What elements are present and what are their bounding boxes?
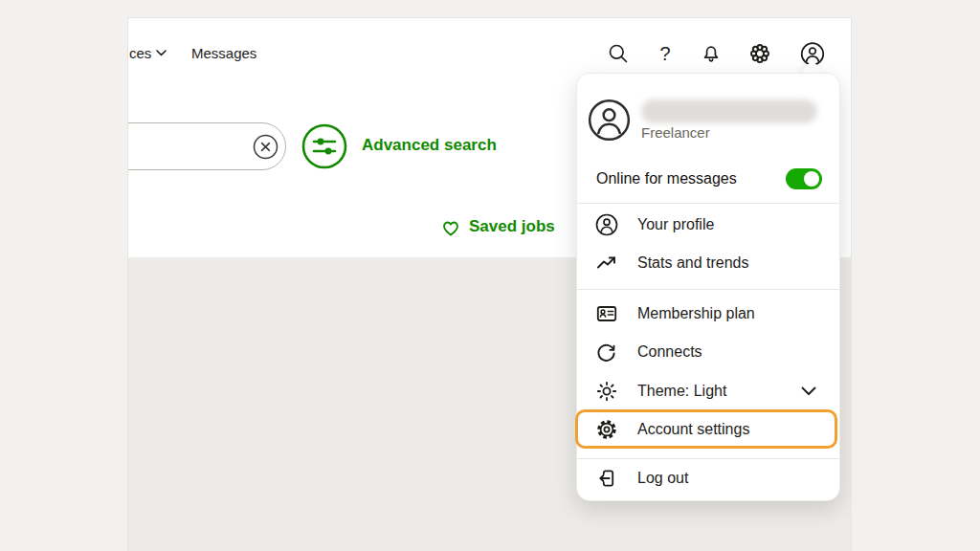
- menu-item-stats-and-trends[interactable]: Stats and trends: [577, 244, 839, 282]
- menu-item-membership-plan[interactable]: Membership plan: [577, 295, 839, 333]
- menu-item-your-profile[interactable]: Your profile: [577, 206, 839, 244]
- menu-item-label: Your profile: [637, 216, 714, 233]
- nav-item-messages[interactable]: Messages: [191, 42, 256, 63]
- refresh-circle-icon: [595, 341, 618, 364]
- account-dropdown-menu: Freelancer Online for messages Your prof…: [576, 73, 840, 501]
- nav-item-label: Messages: [191, 45, 256, 61]
- user-role-label: Freelancer: [641, 124, 710, 141]
- logout-icon: [595, 467, 618, 490]
- help-icon[interactable]: ?: [653, 41, 678, 66]
- search-icon[interactable]: [606, 41, 631, 66]
- advanced-search-icon[interactable]: [301, 123, 347, 169]
- trend-arrow-icon: [595, 252, 618, 275]
- toggle-knob: [804, 171, 819, 187]
- gear-icon: [595, 418, 618, 441]
- nav-item-label: ces: [129, 45, 151, 61]
- id-card-icon: [595, 302, 618, 325]
- divider: [577, 289, 839, 290]
- chevron-down-icon: [801, 386, 816, 396]
- advanced-search-link[interactable]: Advanced search: [362, 136, 497, 155]
- menu-item-account-settings[interactable]: Account settings: [577, 410, 839, 449]
- user-name-blurred: [641, 99, 817, 123]
- menu-item-theme[interactable]: Theme: Light: [577, 372, 839, 410]
- online-toggle-label: Online for messages: [596, 170, 737, 187]
- menu-item-label: Account settings: [637, 421, 749, 438]
- menu-item-connects[interactable]: Connects: [577, 333, 839, 371]
- saved-jobs-label: Saved jobs: [469, 217, 555, 236]
- divider: [577, 203, 839, 204]
- heart-icon: [440, 217, 461, 236]
- online-toggle[interactable]: [786, 168, 822, 189]
- nav-item-resources[interactable]: ces: [129, 42, 167, 63]
- menu-item-log-out[interactable]: Log out: [577, 459, 839, 497]
- menu-item-label: Connects: [637, 343, 702, 361]
- saved-jobs-link[interactable]: Saved jobs: [440, 217, 555, 236]
- chevron-down-icon: [156, 50, 167, 56]
- dropdown-avatar-icon: [588, 99, 631, 142]
- menu-item-label: Membership plan: [637, 305, 755, 322]
- online-for-messages-row[interactable]: Online for messages: [596, 167, 822, 190]
- menu-item-label: Log out: [637, 470, 688, 487]
- clear-search-icon[interactable]: [253, 134, 278, 160]
- user-circle-icon: [595, 213, 618, 236]
- app-window: ces Messages ? Advanced: [127, 17, 852, 551]
- apps-knot-icon[interactable]: [747, 41, 772, 66]
- menu-item-label: Stats and trends: [637, 254, 749, 272]
- notifications-icon[interactable]: [699, 41, 724, 66]
- menu-item-label: Theme: Light: [637, 383, 726, 400]
- sun-icon: [595, 380, 618, 403]
